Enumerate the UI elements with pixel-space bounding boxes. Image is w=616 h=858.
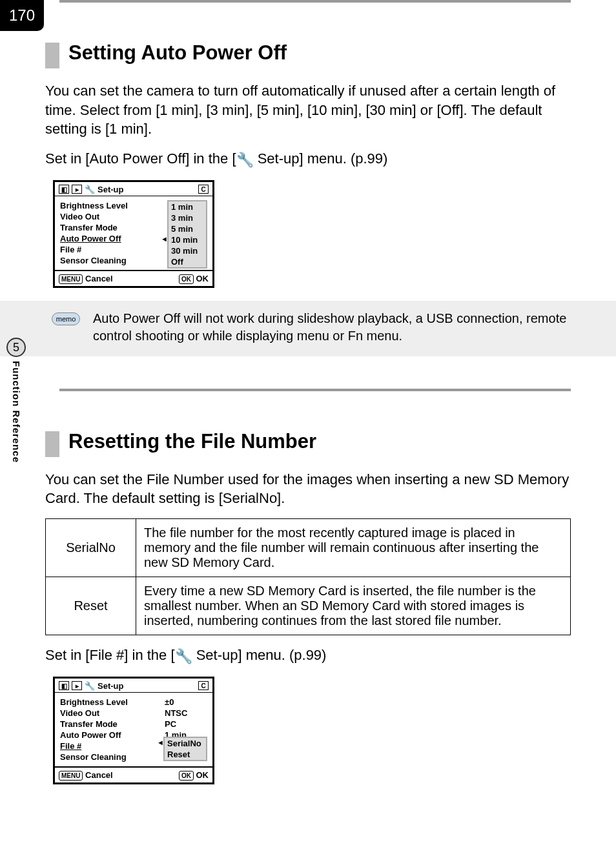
body-paragraph: You can set the File Number used for the… <box>45 470 571 508</box>
section-heading: Setting Auto Power Off <box>45 41 571 81</box>
accent-bar-icon <box>45 431 59 457</box>
camera-menu-screenshot: ◧ ▸ 🔧 Set-up C Brightness Level±0 Video … <box>53 677 214 784</box>
body-paragraph: You can set the camera to turn off autom… <box>45 81 571 139</box>
memo-icon: memo <box>52 312 80 325</box>
table-desc: Every time a new SD Memory Card is inser… <box>136 577 571 635</box>
menu-row-transfer-mode: Transfer ModePC <box>60 719 210 730</box>
tab-c-icon: C <box>198 185 209 194</box>
chapter-label: Function Reference <box>11 361 22 463</box>
text-fragment: Set-up] menu. (p.99) <box>192 647 327 663</box>
table-key: SerialNo <box>46 519 136 577</box>
menu-title: Set-up <box>98 681 123 691</box>
option-item: 30 min <box>169 245 206 256</box>
menu-row-video-out: Video OutNTSC <box>60 708 210 719</box>
ok-label: OK <box>196 770 209 780</box>
side-tab: 5 Function Reference <box>6 338 26 463</box>
option-item: 1 min <box>169 201 206 212</box>
option-item: 5 min <box>169 223 206 234</box>
section-title: Setting Auto Power Off <box>68 41 287 65</box>
body-paragraph: Set in [File #] in the [🔧 Set-up] menu. … <box>45 646 571 666</box>
tab-c-icon: C <box>198 681 209 690</box>
play-icon: ▸ <box>72 681 82 690</box>
memo-text: Auto Power Off will not work during slid… <box>93 310 603 345</box>
menu-row-brightness: Brightness Level±0 <box>60 697 210 708</box>
memo-callout: memo Auto Power Off will not work during… <box>0 301 616 356</box>
body-paragraph: Set in [Auto Power Off] in the [🔧 Set-up… <box>45 149 571 170</box>
option-item: Reset <box>165 749 206 760</box>
option-item-selected: SerialNo <box>165 738 206 749</box>
section-heading: Resetting the File Number <box>45 430 571 470</box>
wrench-icon: 🔧 <box>85 681 95 691</box>
option-item: Off <box>169 256 206 267</box>
ok-button-icon: OK <box>179 274 194 284</box>
accent-bar-icon <box>45 43 59 68</box>
wrench-icon: 🔧 <box>85 185 95 194</box>
menu-button-icon: MENU <box>59 274 83 284</box>
section-divider <box>59 0 571 3</box>
text-fragment: Set in [Auto Power Off] in the [ <box>45 150 236 167</box>
text-fragment: Set in [File #] in the [ <box>45 647 175 663</box>
menu-button-icon: MENU <box>59 771 83 781</box>
options-popup: 1 min 3 min 5 min 10 min 30 min Off <box>167 200 207 269</box>
ok-button-icon: OK <box>179 771 194 781</box>
options-popup: SerialNo Reset <box>163 737 207 761</box>
page-number: 170 <box>0 0 44 31</box>
option-item-selected: 10 min <box>169 234 206 245</box>
table-row: Reset Every time a new SD Memory Card is… <box>46 577 571 635</box>
menu-title: Set-up <box>98 185 123 194</box>
wrench-icon: 🔧 <box>236 150 254 170</box>
table-row: SerialNo The file number for the most re… <box>46 519 571 577</box>
wrench-icon: 🔧 <box>175 647 192 666</box>
table-desc: The file number for the most recently ca… <box>136 519 571 577</box>
camera-icon: ◧ <box>59 185 69 194</box>
file-number-table: SerialNo The file number for the most re… <box>45 518 571 635</box>
cancel-label: Cancel <box>85 770 113 780</box>
text-fragment: Set-up] menu. (p.99) <box>254 150 388 167</box>
option-item: 3 min <box>169 212 206 223</box>
section-title: Resetting the File Number <box>68 430 316 453</box>
table-key: Reset <box>46 577 136 635</box>
cancel-label: Cancel <box>85 274 113 283</box>
ok-label: OK <box>196 274 209 283</box>
camera-menu-screenshot: ◧ ▸ 🔧 Set-up C Brightness Level Video Ou… <box>53 180 214 288</box>
camera-icon: ◧ <box>59 681 69 690</box>
section-divider <box>59 389 571 391</box>
chapter-number-icon: 5 <box>6 338 26 357</box>
play-icon: ▸ <box>72 185 82 194</box>
